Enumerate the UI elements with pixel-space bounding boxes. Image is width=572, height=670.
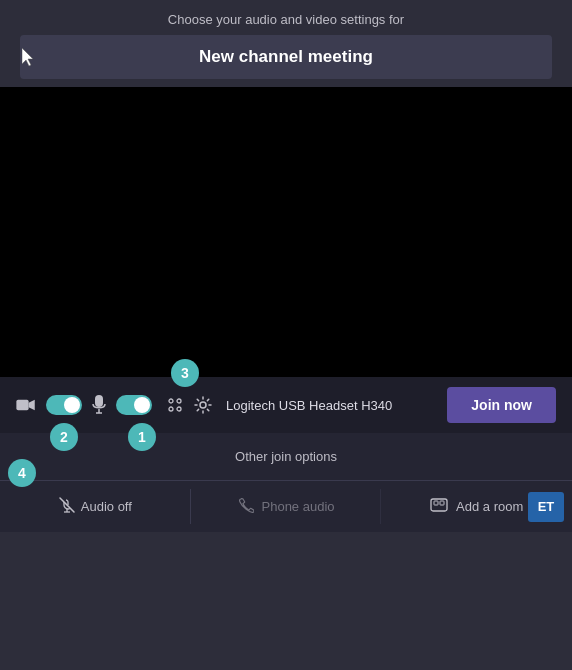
video-toggle-knob — [64, 397, 80, 413]
controls-wrapper: 3 — [0, 377, 572, 433]
mic-toggle[interactable] — [116, 395, 152, 415]
video-toggle[interactable] — [46, 395, 82, 415]
svg-rect-14 — [440, 501, 444, 505]
audio-off-option[interactable]: 4 Audio off — [0, 481, 191, 532]
svg-rect-1 — [95, 395, 103, 407]
add-room-label: Add a room — [456, 499, 523, 514]
controls-bar: Logitech USB Headset H340 Join now — [0, 377, 572, 433]
audio-off-label: Audio off — [81, 499, 132, 514]
mic-icon — [92, 395, 106, 415]
join-options-row: 4 Audio off — [0, 480, 572, 532]
phone-audio-option[interactable]: Phone audio — [191, 481, 382, 532]
audio-off-wrapper: Audio off — [59, 497, 132, 516]
badge-4: 4 — [8, 459, 36, 487]
video-preview-area — [0, 87, 572, 377]
bottom-section: Other join options 4 Audio off — [0, 433, 572, 532]
room-icon — [430, 498, 448, 515]
join-now-button[interactable]: Join now — [447, 387, 556, 423]
other-join-options-title: Other join options — [235, 449, 337, 464]
meeting-title-bar: New channel meeting — [20, 35, 552, 79]
badge-1: 1 — [128, 423, 156, 451]
meeting-title: New channel meeting — [199, 47, 373, 66]
phone-audio-label: Phone audio — [262, 499, 335, 514]
svg-point-8 — [200, 402, 206, 408]
svg-point-4 — [169, 399, 173, 403]
svg-point-7 — [177, 407, 181, 411]
svg-point-6 — [169, 407, 173, 411]
svg-point-5 — [177, 399, 181, 403]
badge-2: 2 — [50, 423, 78, 451]
camera-icon — [16, 398, 36, 412]
settings-icon[interactable] — [194, 396, 212, 414]
et-logo-text: ET — [538, 499, 555, 514]
svg-rect-0 — [16, 400, 28, 411]
header: Choose your audio and video settings for… — [0, 0, 572, 87]
phone-icon — [238, 497, 254, 516]
svg-rect-12 — [431, 499, 447, 511]
device-name-label: Logitech USB Headset H340 — [226, 398, 437, 413]
badge-4-container: 4 — [8, 459, 36, 487]
header-subtitle: Choose your audio and video settings for — [20, 12, 552, 27]
add-room-option[interactable]: Add a room ET — [381, 481, 572, 532]
et-logo: ET — [528, 492, 564, 522]
effects-icon[interactable] — [166, 396, 184, 414]
audio-off-icon — [59, 497, 75, 516]
badge-3: 3 — [171, 359, 199, 387]
mic-toggle-knob — [134, 397, 150, 413]
svg-rect-13 — [434, 501, 438, 505]
